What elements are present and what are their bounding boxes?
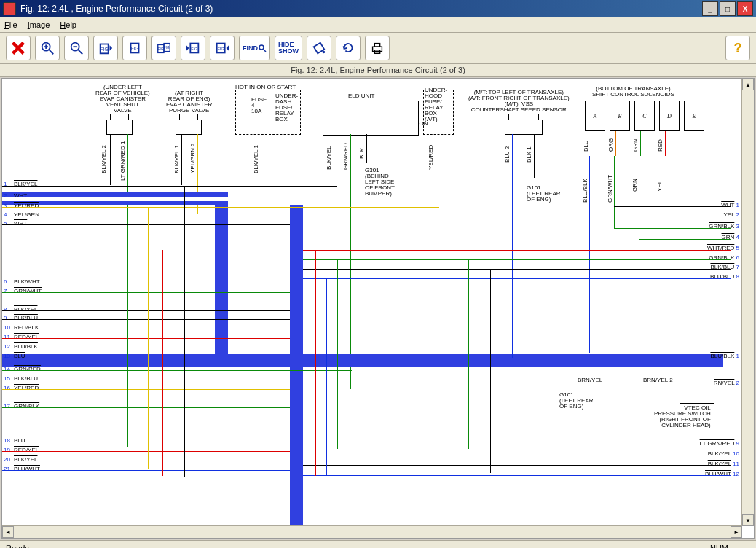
wire <box>303 445 731 445</box>
hide-show-button[interactable]: HIDE SHOW <box>275 36 302 60</box>
scroll-left-button[interactable]: ◄ <box>2 526 14 538</box>
svg-text:FIG: FIG <box>101 47 109 52</box>
pin-right-0: WHT 1 <box>721 202 739 208</box>
label-g101a: G101 (LEFT REAR OF ENG) <box>527 185 561 203</box>
scroll-down-button[interactable]: ▼ <box>742 514 754 526</box>
fig-prev-button[interactable]: FIG <box>93 36 118 60</box>
wire-label: BRN/YEL 2 <box>643 377 673 383</box>
pin-left-3: 3YEL/RED <box>4 203 39 209</box>
fig-right-button[interactable]: FIG <box>210 36 235 60</box>
wire <box>2 338 290 339</box>
fig-left-button[interactable]: FIG <box>181 36 205 60</box>
wire <box>664 216 731 216</box>
wire <box>2 207 439 208</box>
pin-left-13: 13BLU <box>4 353 25 359</box>
zoom-in-button[interactable] <box>35 36 60 60</box>
close-button[interactable]: X <box>737 1 753 16</box>
wire <box>303 465 731 466</box>
svg-text:FIG: FIG <box>218 47 224 51</box>
wire <box>303 278 731 279</box>
wire <box>2 310 290 311</box>
box-vtec-switch <box>680 369 714 404</box>
wire-label: BLK/YEL 1 <box>253 145 259 173</box>
box-eld-unit <box>323 101 419 136</box>
wire <box>181 134 182 185</box>
label-g101b: G101 (LEFT REAR OF ENG) <box>559 392 594 410</box>
wire-label: BLU 2 <box>505 146 511 163</box>
pin-right-11: BLK/YEL 10 <box>708 450 739 457</box>
label-evap-vent: (UNDER LEFT REAR OF VEHICLE) EVAP CANIST… <box>95 85 150 114</box>
wire <box>2 442 290 442</box>
pin-left-4: 4YEL/GRN <box>4 211 39 218</box>
pin-left-20: 20BLK/YEL <box>4 456 37 463</box>
solenoid-e: E <box>684 101 704 131</box>
wire-label: GRN <box>632 179 638 192</box>
wire <box>303 475 731 476</box>
svg-line-20 <box>264 50 266 52</box>
pin-right-1: YEL 2 <box>723 211 739 218</box>
pin-left-17: 17GRN/BLK <box>4 403 39 410</box>
menu-file[interactable]: File <box>4 20 17 29</box>
label-solenoids: (BOTTOM OF TRANSAXLE) SHIFT CONTROL SOLE… <box>592 86 674 98</box>
wire <box>127 251 128 447</box>
close-red-button[interactable] <box>6 36 31 60</box>
pin-left-18: 18BLU <box>4 437 25 444</box>
solenoid-c: C <box>634 101 655 131</box>
pin-left-21: 21BLU/WHT <box>4 466 40 472</box>
wire <box>2 470 290 471</box>
toolbar: FIG FIG FIGFIG FIG FIG FIND HIDE SHOW ? <box>0 33 756 64</box>
wire <box>512 329 513 358</box>
wire <box>665 131 666 156</box>
wire <box>334 134 334 185</box>
minimize-button[interactable]: _ <box>702 1 718 16</box>
wire <box>556 385 680 385</box>
pin-left-12: 12BLU/BLK <box>4 343 38 350</box>
title-bar: Fig. 12: 2.4L , Engine Performance Circu… <box>0 0 756 17</box>
wire-label: BLK 1 <box>527 146 532 163</box>
connector-vss <box>505 120 543 135</box>
connector-evap-purge <box>176 120 202 135</box>
wire <box>436 134 436 207</box>
vertical-scrollbar[interactable]: ▲ ▼ <box>741 79 754 526</box>
menu-help[interactable]: Help <box>60 20 76 29</box>
label-evap-purge: (AT RIGHT REAR OF ENG) EVAP CANISTER PUR… <box>166 90 212 114</box>
zoom-out-button[interactable] <box>64 36 89 60</box>
print-button[interactable] <box>365 36 390 60</box>
label-eld: ELD UNIT <box>348 93 374 99</box>
wire-label: BLK <box>359 148 365 159</box>
window-title: Fig. 12: 2.4L , Engine Performance Circu… <box>20 4 213 14</box>
wire-label: RED <box>658 139 664 152</box>
wire-label: YEL <box>657 181 663 192</box>
scroll-right-button[interactable]: ► <box>731 526 742 538</box>
pin-left-5: 5WHT <box>4 220 27 227</box>
wire <box>184 186 185 477</box>
bus <box>2 354 723 367</box>
help-button[interactable]: ? <box>725 36 750 60</box>
label-vtec: VTEC OIL PRESSURE SWITCH (RIGHT FRONT OF… <box>654 405 711 428</box>
scroll-up-button[interactable]: ▲ <box>742 79 754 90</box>
wire <box>2 348 590 348</box>
fig-single-button[interactable]: FIG <box>122 36 147 60</box>
maximize-button[interactable]: □ <box>720 1 736 16</box>
diagram-viewport[interactable]: (UNDER LEFT REAR OF VEHICLE) EVAP CANIST… <box>1 78 755 539</box>
find-button[interactable]: FIND <box>239 36 270 60</box>
solenoid-d: D <box>659 101 680 131</box>
wire <box>2 370 352 371</box>
bucket-button[interactable] <box>307 36 331 60</box>
wire <box>468 259 469 449</box>
pin-left-11: 11RED/YEL <box>4 334 39 340</box>
horizontal-scrollbar[interactable]: ◄ ► <box>2 525 742 538</box>
fig-multi-button[interactable]: FIGFIG <box>151 36 176 60</box>
menu-image[interactable]: Image <box>28 20 50 29</box>
svg-rect-22 <box>373 47 382 51</box>
wire <box>110 134 111 185</box>
wire <box>337 259 338 449</box>
wire-label: YEL/GRN 2 <box>190 143 196 173</box>
menu-bar: File Image Help <box>0 17 756 33</box>
refresh-button[interactable] <box>336 36 361 60</box>
wire-label: YEL/RED <box>428 145 434 170</box>
wire <box>615 131 616 156</box>
pin-right-8: BLU/BLK 1 <box>710 353 739 359</box>
svg-text:FIG: FIG <box>191 47 197 51</box>
wire <box>261 134 261 185</box>
